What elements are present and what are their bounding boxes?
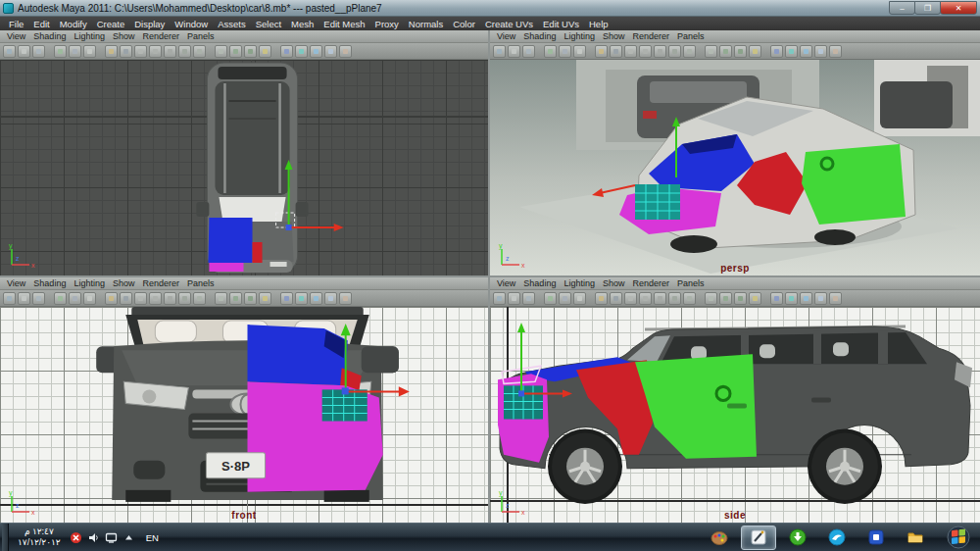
isolate-select-icon[interactable] xyxy=(339,292,352,305)
textured-icon[interactable] xyxy=(785,292,798,305)
select-camera-icon[interactable] xyxy=(493,292,506,305)
isolate-select-icon[interactable] xyxy=(829,45,842,58)
xray-icon[interactable] xyxy=(324,45,337,58)
frame-all-icon[interactable] xyxy=(719,292,732,305)
panel-menu-item[interactable]: View xyxy=(3,278,29,288)
grease-pencil-icon[interactable] xyxy=(105,292,118,305)
bookmark-icon[interactable] xyxy=(544,45,557,58)
resolution-gate-icon[interactable] xyxy=(639,45,652,58)
lock-camera-icon[interactable] xyxy=(508,45,520,58)
image-plane-icon[interactable] xyxy=(559,292,571,305)
resolution-gate-icon[interactable] xyxy=(639,292,652,305)
grid-icon[interactable] xyxy=(120,292,132,305)
select-camera-icon[interactable] xyxy=(493,45,506,58)
blue-app-icon[interactable] xyxy=(858,526,894,550)
panel-menu-item[interactable]: Lighting xyxy=(70,31,109,41)
wireframe-shaded-icon[interactable] xyxy=(800,292,812,305)
panel-menu-item[interactable]: Shading xyxy=(29,31,70,41)
lock-camera-icon[interactable] xyxy=(508,292,520,305)
select-camera-icon[interactable] xyxy=(3,292,16,305)
safe-title-icon[interactable] xyxy=(705,292,717,305)
menu-item[interactable]: Edit xyxy=(28,19,54,29)
panel-menu-item[interactable]: Lighting xyxy=(70,278,109,288)
field-chart-icon[interactable] xyxy=(668,292,681,305)
panel-menu-item[interactable]: View xyxy=(493,31,519,41)
frame-all-icon[interactable] xyxy=(229,45,242,58)
menu-item[interactable]: Normals xyxy=(404,19,448,29)
grease-pencil-icon[interactable] xyxy=(595,292,608,305)
image-plane-icon[interactable] xyxy=(69,292,81,305)
shading-icon[interactable] xyxy=(770,45,783,58)
panel-menu-item[interactable]: Lighting xyxy=(560,278,599,288)
close-button[interactable]: ✕ xyxy=(940,1,977,15)
camera-attributes-icon[interactable] xyxy=(522,292,535,305)
grid-icon[interactable] xyxy=(120,45,132,58)
image-plane-icon[interactable] xyxy=(559,45,571,58)
gate-mask-icon[interactable] xyxy=(164,45,176,58)
panel-menu-item[interactable]: Panels xyxy=(183,278,219,288)
xray-icon[interactable] xyxy=(324,292,337,305)
film-gate-icon[interactable] xyxy=(624,292,637,305)
safe-action-icon[interactable] xyxy=(683,45,696,58)
panel-menu-item[interactable]: Lighting xyxy=(560,31,599,41)
safe-action-icon[interactable] xyxy=(683,292,696,305)
safe-action-icon[interactable] xyxy=(193,45,206,58)
wireframe-shaded-icon[interactable] xyxy=(800,45,812,58)
display-icon[interactable] xyxy=(105,531,118,544)
image-plane-icon[interactable] xyxy=(69,45,81,58)
maximize-button[interactable]: ❐ xyxy=(914,1,941,15)
menu-item[interactable]: Proxy xyxy=(370,19,404,29)
pan-zoom-icon[interactable] xyxy=(573,292,586,305)
film-gate-icon[interactable] xyxy=(624,45,637,58)
frame-selection-icon[interactable] xyxy=(734,45,747,58)
viewport-canvas-side[interactable]: y x z side xyxy=(490,307,980,523)
lighting-icon[interactable] xyxy=(749,292,761,305)
textured-icon[interactable] xyxy=(785,45,798,58)
minimize-button[interactable]: – xyxy=(889,1,915,15)
hidden-icons-arrow[interactable] xyxy=(122,531,135,544)
panel-menu-item[interactable]: Show xyxy=(599,31,629,41)
menu-item[interactable]: Mesh xyxy=(286,19,318,29)
panel-menu-item[interactable]: Shading xyxy=(519,31,560,41)
car-side-view[interactable] xyxy=(498,326,972,504)
menu-item[interactable]: Edit Mesh xyxy=(318,19,369,29)
field-chart-icon[interactable] xyxy=(668,45,681,58)
menu-item[interactable]: Display xyxy=(129,19,170,29)
messenger-icon[interactable] xyxy=(819,526,855,550)
gate-mask-icon[interactable] xyxy=(164,292,176,305)
panel-menu-item[interactable]: Renderer xyxy=(628,278,673,288)
viewport-canvas-persp[interactable]: y x z persp xyxy=(490,60,980,276)
explorer-folder-icon[interactable] xyxy=(898,526,933,550)
xray-icon[interactable] xyxy=(814,292,827,305)
gate-mask-icon[interactable] xyxy=(654,45,666,58)
safe-action-icon[interactable] xyxy=(193,292,206,305)
panel-menu-item[interactable]: Shading xyxy=(519,278,560,288)
menu-item[interactable]: Assets xyxy=(213,19,251,29)
gate-mask-icon[interactable] xyxy=(654,292,666,305)
title-bar[interactable]: Autodesk Maya 2011: C:\Users\Mohammed\De… xyxy=(0,0,980,17)
menu-item[interactable]: Select xyxy=(251,19,286,29)
resolution-gate-icon[interactable] xyxy=(149,45,162,58)
panel-menu-item[interactable]: Panels xyxy=(673,31,709,41)
taskbar-empty-area[interactable] xyxy=(170,524,696,551)
camera-attributes-icon[interactable] xyxy=(32,292,45,305)
menu-item[interactable]: File xyxy=(4,19,28,29)
frame-all-icon[interactable] xyxy=(719,45,732,58)
bookmark-icon[interactable] xyxy=(544,292,557,305)
panel-menu-item[interactable]: Shading xyxy=(29,278,70,288)
grease-pencil-icon[interactable] xyxy=(595,45,608,58)
safe-title-icon[interactable] xyxy=(215,292,227,305)
field-chart-icon[interactable] xyxy=(178,292,191,305)
film-gate-icon[interactable] xyxy=(134,292,147,305)
panel-menu-item[interactable]: Show xyxy=(599,278,629,288)
shading-icon[interactable] xyxy=(770,292,783,305)
shading-icon[interactable] xyxy=(280,292,293,305)
bookmark-icon[interactable] xyxy=(54,45,67,58)
isolate-select-icon[interactable] xyxy=(829,292,842,305)
textured-icon[interactable] xyxy=(295,45,308,58)
menu-item[interactable]: Edit UVs xyxy=(538,19,584,29)
menu-item[interactable]: Window xyxy=(170,19,213,29)
grid-icon[interactable] xyxy=(610,292,622,305)
panel-menu-item[interactable]: Panels xyxy=(673,278,709,288)
paint-palette-icon[interactable] xyxy=(702,526,737,550)
